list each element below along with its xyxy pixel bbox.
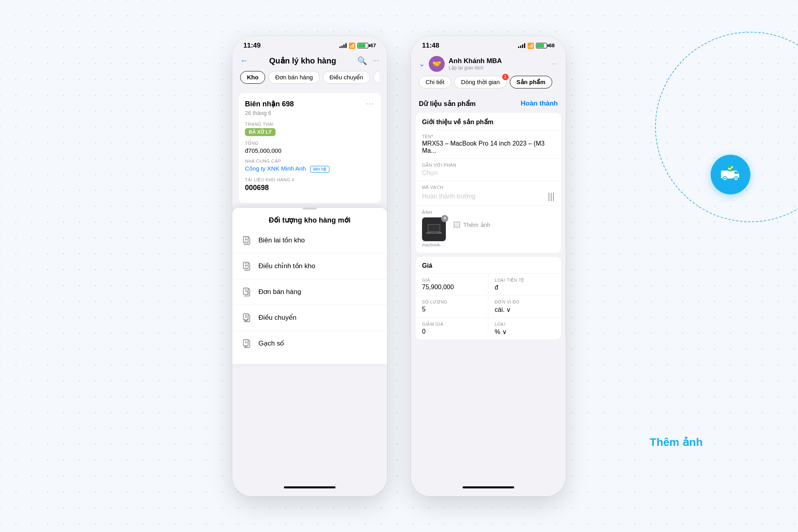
phone2-bottom <box>411 480 566 496</box>
qty-field[interactable]: SỐ LƯỢNG 5 <box>416 296 488 318</box>
svg-point-2 <box>724 178 726 179</box>
tab-san-pham[interactable]: Sản phẩm <box>510 76 552 88</box>
supplier-tag: liên hệ <box>310 166 330 173</box>
battery-icon-2 <box>536 43 547 48</box>
status-bar-1: 11:49 📶 67 <box>232 36 387 53</box>
avatar: 🤝 <box>429 56 445 72</box>
wifi-icon-2: 📶 <box>527 42 534 49</box>
list-item[interactable]: Biên lai tồn kho <box>232 228 387 254</box>
avatar-emoji: 🤝 <box>432 60 441 68</box>
doc-sale-icon <box>240 286 253 298</box>
price-label: GIÁ <box>422 278 482 282</box>
tab-gach[interactable]: Gạch <box>373 71 379 84</box>
item-label-2: Điều chỉnh tồn kho <box>258 262 315 270</box>
price-field[interactable]: GIÁ 75,900,000 <box>416 274 488 296</box>
status-icons-1: 📶 67 <box>339 42 376 49</box>
phone1-header: ← Quản lý kho hàng 🔍 ··· Kho Đơn bán hàn… <box>232 53 387 88</box>
discount-label: GIẢM GIÁ <box>422 322 482 327</box>
name-field[interactable]: TÊN* MRX53 – MacBook Pro 14 inch 2023 – … <box>416 130 561 159</box>
receipt-total-row: TỔNG đ705,000,000 <box>245 141 374 154</box>
form-header-title: Dữ liệu sản phẩm <box>419 100 476 108</box>
receipt-doc-row: TÀI LIỆU KHO HÀNG # 000698 <box>245 177 374 192</box>
barcode-placeholder: Hoàn thành trường <box>422 192 476 200</box>
currency-value: đ <box>495 284 555 291</box>
item-label-1: Biên lai tồn kho <box>258 236 305 244</box>
more-icon-2[interactable]: ··· <box>551 60 558 67</box>
phone1-nav: ← Quản lý kho hàng 🔍 ··· <box>240 56 379 65</box>
status-bar-2: 11:48 📶 68 <box>411 36 566 53</box>
status-icons-2: 📶 68 <box>518 42 555 49</box>
list-item[interactable]: Điều chuyển <box>232 305 387 331</box>
list-item[interactable]: Đơn bán hàng <box>232 279 387 305</box>
list-item[interactable]: Điều chỉnh tồn kho <box>232 254 387 279</box>
barcode-scan-icon[interactable]: ||| <box>548 191 555 202</box>
barcode-field[interactable]: MÃ VẠCH Hoàn thành trường ||| <box>416 181 561 206</box>
image-remove-btn[interactable]: ✕ <box>441 215 448 222</box>
hoan-thanh-button[interactable]: Hoàn thành <box>521 100 558 108</box>
tab-badge: 1 <box>502 74 509 80</box>
price-section-header: Giá <box>416 257 561 274</box>
image-filename: macbook-pro-...0.jpg <box>422 242 446 247</box>
bottom-sheet: Đối tượng kho hàng mới Biên lai tồn kho <box>232 208 387 364</box>
sheet-handle <box>303 208 317 209</box>
image-label: ẢNH <box>422 210 555 215</box>
receipt-header: Biên nhận 698 ··· <box>245 100 374 108</box>
qty-value: 5 <box>422 306 482 313</box>
chevron-down-icon[interactable]: ⌄ <box>419 60 425 68</box>
tab-chi-tiet[interactable]: Chi tiết <box>419 76 451 88</box>
phones-container: 11:49 📶 67 ← Quản l <box>232 36 566 496</box>
tab-don-ban-hang[interactable]: Đơn bán hàng <box>268 71 320 84</box>
price-grid: GIÁ 75,900,000 LOẠI TIỀN TỆ đ SỐ LƯỢNG 5… <box>416 274 561 340</box>
receipt-supplier-row: NHÀ CUNG CẤP Công ty XNK Minh Anh liên h… <box>245 159 374 173</box>
supplier-info: Công ty XNK Minh Anh liên hệ <box>245 165 374 173</box>
tab-kho[interactable]: Kho <box>240 71 265 84</box>
type-label: LOẠI <box>495 322 555 327</box>
contact-sub: Lập lại giao dịch <box>449 65 547 71</box>
doc-transfer-icon <box>240 311 253 324</box>
unit-label: ĐƠN VỊ ĐO <box>495 300 555 305</box>
home-indicator-1 <box>284 486 335 488</box>
delivery-truck-icon <box>711 155 750 194</box>
phone2-tabs: Chi tiết Dòng thời gian 1 Sản phẩm <box>419 76 558 93</box>
item-label-3: Đơn bán hàng <box>258 288 301 296</box>
list-item[interactable]: Gạch số <box>232 331 387 356</box>
receipt-more-icon[interactable]: ··· <box>366 100 374 108</box>
add-image-button[interactable]: 🖼 Thêm ảnh <box>453 221 490 230</box>
phone2-nav: ⌄ 🤝 Anh Khánh MBA Lập lại giao dịch ··· <box>419 56 558 72</box>
more-icon-1[interactable]: ··· <box>373 57 379 64</box>
qty-label: SỐ LƯỢNG <box>422 300 482 305</box>
doc-adjust-icon <box>240 260 253 273</box>
contact-name: Anh Khánh MBA <box>449 57 547 65</box>
phone2-content: Dữ liệu sản phẩm Hoàn thành Giới thiệu v… <box>411 93 566 480</box>
total-label: TỔNG <box>245 141 374 146</box>
phone-1: 11:49 📶 67 ← Quản l <box>232 36 387 496</box>
search-icon-1[interactable]: 🔍 <box>357 56 367 65</box>
unit-field[interactable]: ĐƠN VỊ ĐO cái. ∨ <box>488 296 561 318</box>
receipt-date: 26 tháng 6 <box>245 110 374 116</box>
receipt-card: Biên nhận 698 ··· 26 tháng 6 TRẠNG THÁI … <box>239 93 381 203</box>
discount-field[interactable]: GIẢM GIÁ 0 <box>416 318 488 340</box>
tab-dieu-chuyen[interactable]: Điều chuyển <box>323 71 370 84</box>
item-label-5: Gạch số <box>258 339 284 348</box>
barcode-label: MÃ VẠCH <box>422 185 555 190</box>
back-button-1[interactable]: ← <box>240 56 248 65</box>
type-field[interactable]: LOẠI % ∨ <box>488 318 561 340</box>
price-value: 75,900,000 <box>422 284 482 291</box>
product-form-card: Giới thiệu về sản phẩm TÊN* MRX53 – MacB… <box>416 113 561 253</box>
variant-placeholder: Chọn <box>422 169 555 177</box>
supplier-name[interactable]: Công ty XNK Minh Anh <box>245 165 306 172</box>
image-thumb[interactable]: ✕ <box>422 217 446 241</box>
variant-field[interactable]: GẮN VỚI PHÂN Chọn <box>416 159 561 181</box>
required-mark: * <box>431 134 433 139</box>
them-anh-label: Thêm ảnh <box>650 436 703 449</box>
item-label-4: Điều chuyển <box>258 313 297 322</box>
battery-icon-1 <box>357 43 368 48</box>
status-badge: ĐÃ XỬ LÝ <box>245 128 276 136</box>
receipt-title: Biên nhận 698 <box>245 100 294 108</box>
image-thumb-container: ✕ macbook-pro-...0.jpg <box>422 217 450 247</box>
currency-field[interactable]: LOẠI TIỀN TỆ đ <box>488 274 561 296</box>
battery-percent-2: 68 <box>549 42 555 48</box>
tab-dong-thoi-gian[interactable]: Dòng thời gian 1 <box>454 76 506 88</box>
status-label: TRẠNG THÁI <box>245 122 374 127</box>
receipt-status-row: TRẠNG THÁI ĐÃ XỬ LÝ <box>245 122 374 136</box>
